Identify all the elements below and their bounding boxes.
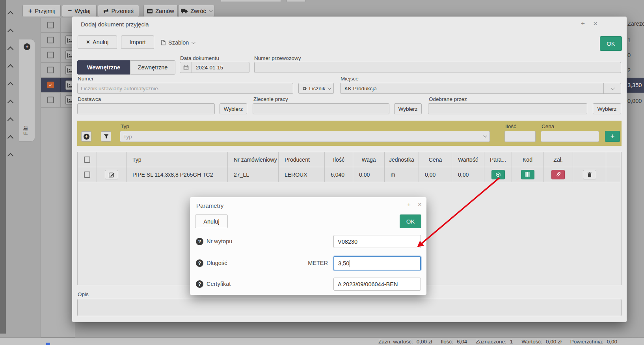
- position-row: PIPE SL 114,3x8,8 P265GH TC2 27_LL LEROU…: [78, 167, 621, 182]
- col-order[interactable]: Nr zamówieniowy: [228, 152, 279, 167]
- receivedby-input[interactable]: [428, 103, 587, 114]
- cell-qty: 6,040: [325, 167, 353, 182]
- trash-icon: [587, 172, 592, 177]
- help-icon[interactable]: ?: [196, 238, 203, 245]
- list-box-icon: [147, 9, 153, 13]
- filter-button[interactable]: [101, 131, 111, 142]
- parameters-button[interactable]: [491, 170, 505, 179]
- cell-typ: PIPE SL 114,3x8,8 P265GH TC2: [127, 167, 228, 182]
- col-params[interactable]: Para...: [484, 152, 512, 167]
- row-checkbox-checked[interactable]: ✓: [47, 82, 54, 88]
- collapse-chevron-icon[interactable]: [8, 30, 13, 34]
- tab-internal[interactable]: Wewnętrzne: [77, 60, 130, 75]
- col-code[interactable]: Kod: [512, 152, 543, 167]
- template-menu-button[interactable]: Szablon: [161, 38, 194, 47]
- table-row[interactable]: [41, 93, 75, 108]
- move-button[interactable]: ⇄ Przenieś: [98, 5, 139, 17]
- description-textarea[interactable]: [77, 299, 622, 316]
- col-value[interactable]: Wartość: [452, 152, 484, 167]
- collapse-chevron-icon[interactable]: [8, 65, 13, 69]
- param-input-nr-wytopu[interactable]: [333, 235, 421, 248]
- col-weight[interactable]: Waga: [353, 152, 385, 167]
- col-unit[interactable]: Jednostka: [385, 152, 419, 167]
- add-position-button[interactable]: +: [81, 131, 91, 142]
- price-input[interactable]: [541, 131, 599, 142]
- row-checkbox[interactable]: [84, 172, 90, 178]
- row-checkbox[interactable]: [47, 67, 54, 73]
- attachment-button[interactable]: [551, 170, 565, 179]
- param-input-certyfikat[interactable]: [333, 278, 421, 291]
- barcode-button[interactable]: [521, 170, 534, 179]
- collapse-chevron-icon[interactable]: [8, 101, 13, 105]
- number-input[interactable]: [77, 83, 293, 94]
- workorder-label: Zlecenie pracy: [253, 96, 288, 102]
- collapse-chevron-icon[interactable]: [8, 47, 13, 52]
- expand-icon[interactable]: +: [407, 201, 411, 207]
- chevron-down-icon: [603, 83, 621, 93]
- cancel-button[interactable]: × Anuluj: [78, 35, 117, 49]
- close-icon[interactable]: ×: [593, 20, 597, 27]
- ok-button[interactable]: OK: [400, 214, 421, 228]
- qty-input[interactable]: [504, 131, 536, 142]
- receivedby-choose-button[interactable]: Wybierz: [593, 103, 621, 114]
- edit-button[interactable]: [105, 170, 118, 179]
- workorder-choose-button[interactable]: Wybierz: [394, 103, 422, 114]
- collapse-chevron-icon[interactable]: [8, 118, 13, 123]
- table-row-selected[interactable]: ✓: [41, 78, 75, 93]
- reserved-value-selected: 3,350: [627, 82, 642, 88]
- collapse-chevron-icon[interactable]: [8, 136, 13, 140]
- param-label: Nr wytopu: [207, 238, 232, 244]
- workorder-input[interactable]: [253, 103, 389, 114]
- cell-order: 27_LL: [228, 167, 279, 182]
- col-typ[interactable]: Typ: [127, 152, 228, 167]
- expand-icon[interactable]: +: [581, 20, 585, 27]
- ok-button[interactable]: OK: [600, 36, 622, 51]
- clipped-top-element: [221, 0, 281, 2]
- select-all-checkbox[interactable]: [47, 22, 54, 28]
- counter-button[interactable]: Licznik: [298, 83, 334, 94]
- collapse-chevron-icon[interactable]: [8, 83, 13, 87]
- add-filter-icon[interactable]: +: [24, 43, 30, 50]
- typ-combobox[interactable]: [120, 131, 490, 142]
- supplier-choose-button[interactable]: Wybierz: [220, 103, 247, 114]
- return-button[interactable]: Zwróć: [178, 5, 214, 17]
- order-button[interactable]: Zamów: [143, 5, 178, 17]
- col-producer[interactable]: Producent: [279, 152, 325, 167]
- help-icon[interactable]: ?: [196, 259, 203, 267]
- waybill-input[interactable]: [254, 62, 621, 73]
- cancel-button[interactable]: Anuluj: [195, 214, 228, 228]
- supplier-input[interactable]: [77, 103, 215, 114]
- table-row[interactable]: [41, 63, 75, 78]
- delete-row-button[interactable]: [583, 170, 596, 179]
- collapse-chevron-icon[interactable]: [8, 154, 13, 158]
- table-row[interactable]: [41, 48, 75, 63]
- issue-button[interactable]: − Wydaj: [62, 5, 97, 17]
- row-checkbox[interactable]: [47, 97, 54, 103]
- tab-external[interactable]: Zewnętrzne: [130, 60, 175, 75]
- import-button[interactable]: Import: [121, 35, 154, 49]
- qty-label: Ilość: [505, 123, 516, 129]
- cell-producer: LEROUX: [279, 167, 325, 182]
- collapse-chevron-icon[interactable]: [8, 12, 13, 16]
- help-icon[interactable]: ?: [196, 280, 203, 288]
- chevron-down-icon: [328, 86, 331, 90]
- row-checkbox[interactable]: [47, 37, 54, 43]
- select-all-checkbox[interactable]: [84, 157, 90, 163]
- table-row[interactable]: [41, 33, 75, 48]
- col-attachment[interactable]: Zał.: [543, 152, 573, 167]
- price-label: Cena: [542, 123, 554, 129]
- status-item: Zaznaczone:1: [476, 339, 513, 345]
- close-icon[interactable]: ×: [418, 201, 422, 208]
- receive-button[interactable]: + Przyjmij: [22, 5, 61, 17]
- row-checkbox[interactable]: [47, 52, 54, 58]
- param-input-dlugosc[interactable]: 3,50: [333, 256, 421, 270]
- clipped-bottom-element: [46, 343, 50, 345]
- place-select[interactable]: KK Produkcja: [340, 83, 621, 94]
- date-input[interactable]: 2024-01-15: [180, 62, 249, 73]
- col-price[interactable]: Cena: [419, 152, 452, 167]
- clipped-top-element: [287, 0, 305, 2]
- truck-icon: [181, 9, 188, 13]
- filter-side-tab[interactable]: + Filtr: [19, 39, 35, 142]
- add-row-button[interactable]: +: [605, 131, 620, 142]
- col-qty[interactable]: Ilość: [325, 152, 353, 167]
